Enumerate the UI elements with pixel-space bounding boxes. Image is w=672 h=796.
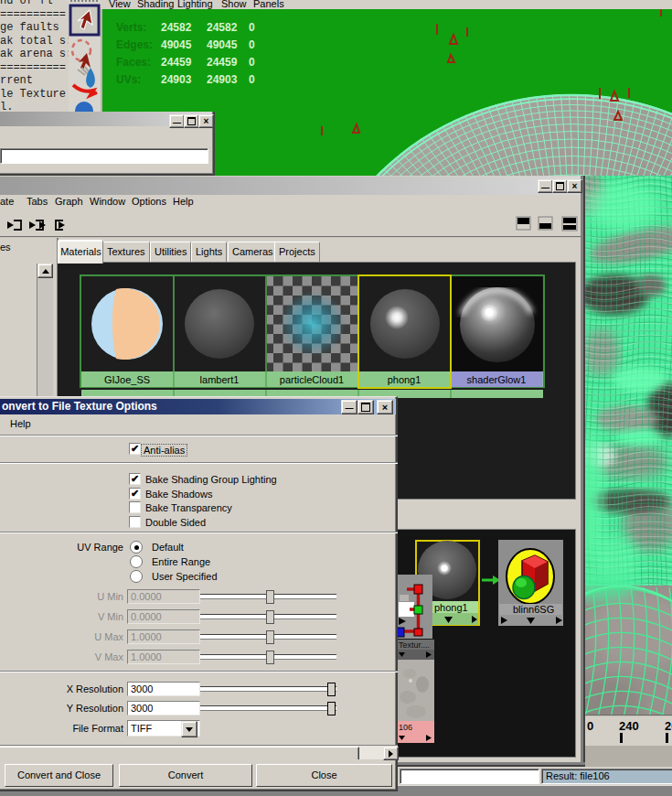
svg-text:phong1: phong1: [388, 374, 421, 385]
svg-text:particleCloud1: particleCloud1: [280, 374, 344, 385]
svg-text:GIJoe_SS: GIJoe_SS: [104, 374, 150, 385]
svg-text:phong1: phong1: [434, 602, 468, 613]
svg-text:106: 106: [399, 723, 412, 732]
svg-text:lambert1: lambert1: [200, 374, 240, 385]
svg-text:Textur....: Textur....: [399, 640, 430, 650]
svg-text:shaderGlow1: shaderGlow1: [467, 374, 527, 385]
svg-text:blinn6SG: blinn6SG: [513, 604, 554, 615]
